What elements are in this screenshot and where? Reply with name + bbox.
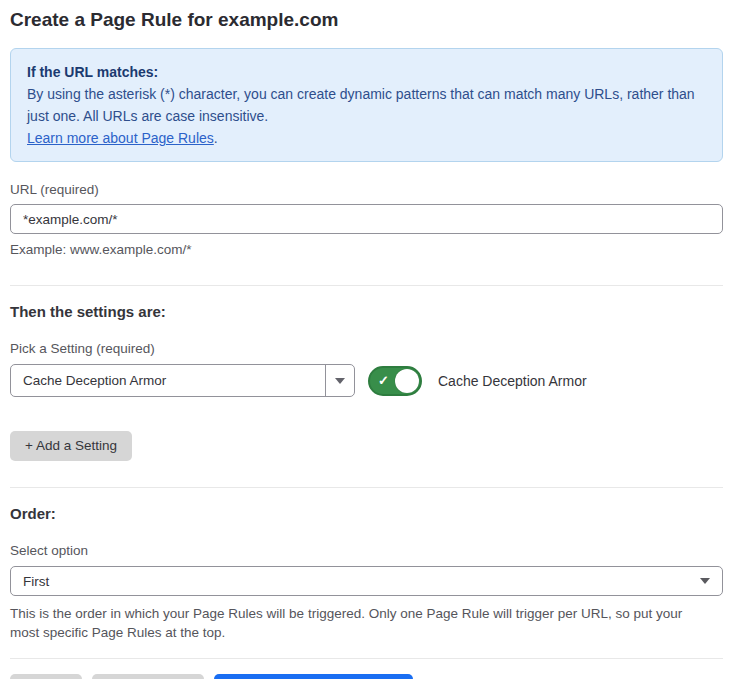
order-select-value: First [23,574,700,589]
learn-more-link[interactable]: Learn more about Page Rules [27,130,214,146]
order-help-text: This is the order in which your Page Rul… [10,604,715,642]
url-match-info-box: If the URL matches: By using the asteris… [10,48,723,162]
caret-down-icon [700,578,710,584]
divider [10,487,723,488]
save-and-deploy-button[interactable]: Save and Deploy Page Rule [214,674,414,679]
caret-down-icon [335,378,345,384]
settings-section-heading: Then the settings are: [10,303,723,321]
divider [10,658,723,659]
info-box-heading: If the URL matches: [27,61,706,83]
page-rule-form: Create a Page Rule for example.com If th… [0,0,750,679]
setting-toggle[interactable]: ✓ [368,366,422,396]
check-icon: ✓ [378,374,389,387]
order-select-label: Select option [10,543,723,559]
toggle-knob [395,369,419,393]
url-field-label: URL (required) [10,182,723,198]
setting-select-arrow-button[interactable] [325,365,354,396]
setting-select[interactable]: Cache Deception Armor [10,364,355,397]
order-section-heading: Order: [10,505,723,523]
url-example-text: Example: www.example.com/* [10,241,723,259]
add-setting-button[interactable]: + Add a Setting [10,431,132,461]
save-as-draft-button[interactable]: Save as Draft [92,674,204,679]
setting-picker-label: Pick a Setting (required) [10,341,723,357]
info-box-body: By using the asterisk (*) character, you… [27,83,706,127]
cancel-button[interactable]: Cancel [10,674,82,679]
order-select[interactable]: First [10,566,723,596]
setting-select-value: Cache Deception Armor [11,365,325,396]
link-suffix: . [214,130,218,146]
footer-actions: Cancel Save as Draft Save and Deploy Pag… [10,674,723,679]
setting-toggle-label: Cache Deception Armor [438,373,587,389]
page-title: Create a Page Rule for example.com [10,8,723,32]
url-input[interactable] [10,204,723,234]
setting-row: Cache Deception Armor ✓ Cache Deception … [10,364,723,397]
info-box-link-line: Learn more about Page Rules. [27,127,706,149]
divider [10,285,723,286]
